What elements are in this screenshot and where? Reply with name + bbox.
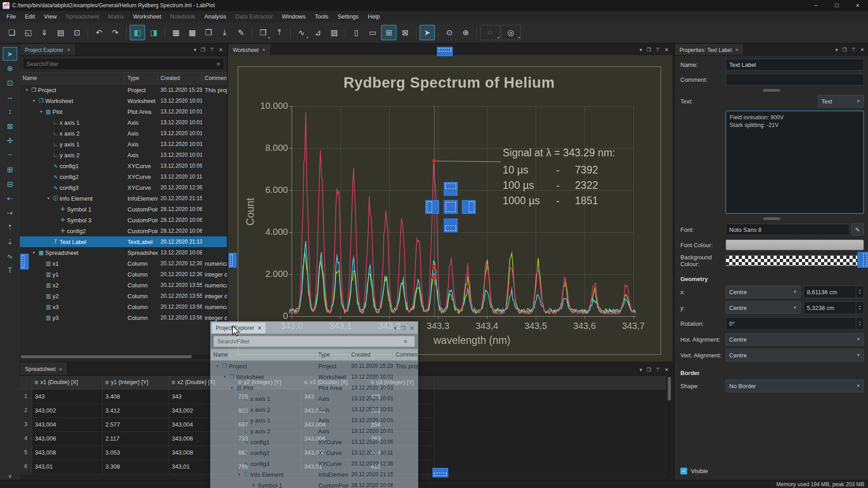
table-cell[interactable]: 3.053 [103,446,169,460]
column-header-name[interactable]: Name [211,351,316,358]
splitter-handle[interactable] [763,89,780,92]
tree-row[interactable]: ▾ⓘInfo ElementInfoElement20.12.2020 21:1… [211,469,418,480]
tree-row[interactable]: ▾❒ProjectProject30.11.2020 15:23This pro… [20,84,227,95]
tree-row[interactable]: ▥y3Column20.12.2020 13:56integer da [20,312,227,323]
menu-help[interactable]: Help [363,11,385,22]
tree-row[interactable]: ∟x axis 1Axis13.12.2020 10:01 [20,117,227,128]
table-cell[interactable]: 343,008 [32,446,103,460]
spin-arrows-icon[interactable]: ▲▼ [856,302,863,314]
tree-row[interactable]: ▾❐WorksheetWorksheet13.12.2020 10:01 [211,371,418,382]
split-view-button[interactable]: ◨ [146,25,161,40]
plot-title[interactable]: Rydberg Spectrum of Helium [238,74,660,91]
new-worksheet-button[interactable]: ❐ [201,25,216,40]
tab-worksheet[interactable]: Worksheet ✕ [229,44,270,55]
column-header-name[interactable]: Name [20,74,125,82]
zoom-x-select-tool[interactable]: ↔ [3,90,17,104]
tree-row[interactable]: ▥x1Column20.12.2020 12:39numerical [20,258,227,269]
import-data-button[interactable]: ⤓ [217,25,232,40]
menu-tools[interactable]: Tools [310,11,333,22]
table-cell[interactable]: 343,006 [32,432,103,446]
undo-button[interactable]: ↶ [91,25,107,40]
tree-row[interactable]: TText LabelTextLabel20.12.2020 21:13 [20,236,227,247]
dock-menu-icon[interactable]: ▾ [394,325,396,331]
dock-float-icon[interactable]: ❐ [646,367,651,373]
dock-pin-icon[interactable]: ⊤ [210,47,214,53]
shift-down-y-tool[interactable]: ⇣ [3,235,17,249]
horizontal-alignment-combobox[interactable]: Centre▼ [726,333,864,346]
row-number[interactable]: 5 [20,446,32,460]
redo-button[interactable]: ↷ [108,25,123,40]
column-header-created[interactable]: Created [349,351,393,358]
spreadsheet-column-header[interactable]: ≣y1 {Integer} [Y] [103,376,169,389]
tree-row[interactable]: ▾▨PlotPlot Area13.12.2020 10:01 [20,106,227,117]
new-project-button[interactable]: ❏ [4,25,19,40]
tree-row[interactable]: ▥x3Column20.12.2020 13:56numerical [20,301,227,312]
table-cell[interactable]: 343,01 [32,460,103,474]
column-header-created[interactable]: Created [158,74,202,82]
save-project-button[interactable]: ⇓ [37,25,52,40]
tree-row[interactable]: ▥y2Column20.12.2020 13:55integer da [20,291,227,301]
table-cell[interactable]: 343 [32,389,103,404]
tree-row[interactable]: ✛Symbol 1CustomPoint28.12.2020 10:06 [20,204,227,215]
tab-close-icon[interactable]: ✕ [262,47,265,52]
tree-row[interactable]: ∿config1XYCurve13.12.2020 10:09 [211,436,418,447]
tree-row[interactable]: ∿config3XYCurve20.12.2020 12:39 [20,182,227,193]
dock-menu-icon[interactable]: ▾ [640,367,642,373]
y-position-combobox[interactable]: Centre▼ [726,301,801,314]
menu-settings[interactable]: Settings [333,11,363,22]
horizontal-layout-button[interactable]: ▭ [365,25,380,40]
rotation-spinbox[interactable]: 0° ▲▼ [726,317,864,330]
dock-pin-icon[interactable]: ⊤ [656,47,660,53]
tab-close-icon[interactable]: ✕ [59,367,62,372]
expander-icon[interactable]: ▾ [31,99,37,103]
tree-row[interactable]: ▥x2Column20.12.2020 13:55numerical [20,280,227,291]
row-number[interactable]: 3 [20,418,32,432]
choose-font-button[interactable]: ✎ [851,223,864,236]
spreadsheet-column-header[interactable]: ≣x1 {Double} [X] [32,376,103,389]
expander-icon[interactable]: ▾ [31,250,37,255]
tree-row[interactable]: ▾❒ProjectProject30.11.2020 15:23This pro… [211,361,418,371]
dock-menu-icon[interactable]: ▾ [640,47,642,53]
tab-close-icon[interactable]: ✕ [735,47,739,52]
menu-analysis[interactable]: Analysis [200,11,231,22]
dock-float-icon[interactable]: ❐ [401,325,406,331]
expander-icon[interactable]: ▾ [236,472,242,477]
expander-icon[interactable]: ▾ [229,385,235,390]
tree-row[interactable]: ∟y axis 2Axis13.12.2020 10:01 [211,426,418,436]
zoom-mode-button[interactable]: ◎▾ [501,25,521,40]
horizontal-scrollbar[interactable] [20,355,227,359]
crosshair-mode-button[interactable]: ⊙ [442,25,457,40]
column-header-type[interactable]: Type [316,351,349,358]
tab-properties[interactable]: Properties: Text Label ✕ [675,44,743,55]
crosshair-tool[interactable]: ⊕ [3,61,17,75]
vertical-layout-button[interactable]: ▯ [349,25,364,40]
splitter-handle[interactable] [763,217,780,220]
tree-row[interactable]: ∟y axis 1Axis13.12.2020 10:01 [20,139,227,150]
dock-pin-icon[interactable]: ⊤ [851,47,856,53]
table-cell[interactable]: 3.408 [103,389,169,404]
shift-up-y-tool[interactable]: ⇡ [3,221,17,234]
x-axis-label[interactable]: wavelength (nm) [404,334,540,347]
expander-icon[interactable]: ▾ [222,375,228,379]
table-cell[interactable]: 3.308 [103,460,169,474]
y-offset-spinbox[interactable]: 5,3238 cm ▲▼ [803,301,864,314]
pointer-mode-button[interactable]: ➤ [420,25,435,40]
scrollbar-handle[interactable] [668,377,671,400]
dock-close-icon[interactable]: ✕ [665,47,669,53]
zoom-out-x-tool[interactable]: ⊟ [3,177,17,191]
tree-row[interactable]: ∿config3XYCurve20.12.2020 12:39 [211,458,418,469]
column-header-type[interactable]: Type [125,74,158,82]
zoom-in-tool[interactable]: ✛ [3,134,17,147]
menu-view[interactable]: View [39,11,61,22]
menu-windows[interactable]: Windows [278,11,311,22]
search-input[interactable] [23,61,213,67]
tree-row[interactable]: ∟x axis 1Axis13.12.2020 10:01 [211,393,418,404]
vertical-alignment-combobox[interactable]: Centre▼ [726,349,864,361]
tree-row[interactable]: ▥y1Column20.12.2020 12:39integer da [20,269,227,280]
new-object-button[interactable]: ❒▾ [255,25,271,40]
close-button[interactable]: ✕ [847,0,868,11]
dock-menu-icon[interactable]: ▾ [835,47,838,53]
selection-mode-button[interactable]: ◌▾ [480,25,500,40]
expander-icon[interactable]: ▾ [214,364,221,368]
scrollbar-handle[interactable] [21,355,192,358]
